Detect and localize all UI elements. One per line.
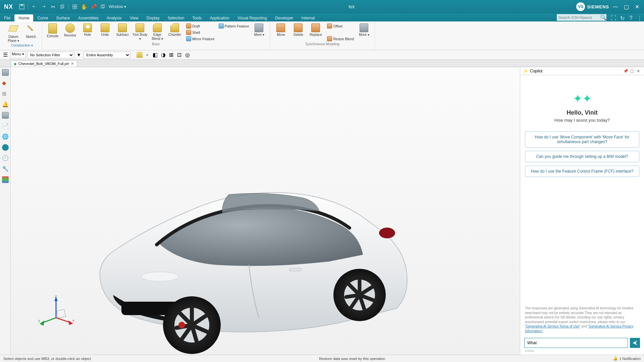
minimize-button[interactable]: ―	[612, 4, 619, 10]
res-assembly-icon[interactable]: ⊞	[2, 90, 9, 97]
menu-display[interactable]: Display	[143, 14, 164, 21]
replace-face-button[interactable]: Replace	[307, 23, 324, 42]
menu-dropdown[interactable]: Menu ▾	[10, 52, 26, 58]
document-tab[interactable]: ◆ Chevrolet_Bolt_VBOM_Full.prt ✕	[11, 60, 77, 67]
menu-developer[interactable]: Developer	[271, 14, 298, 21]
menu-surface[interactable]: Surface	[52, 14, 74, 21]
menu-tools[interactable]: Tools	[188, 14, 206, 21]
tab-close-icon[interactable]: ✕	[71, 61, 74, 66]
pin-icon[interactable]: 📌	[90, 3, 97, 10]
unite-button[interactable]: Unite	[96, 23, 114, 42]
sketch-button[interactable]: Sketch	[22, 23, 40, 43]
edge-blend-button[interactable]: Edge Blend ▾	[149, 23, 166, 42]
refresh-icon[interactable]: ↻	[619, 15, 626, 21]
menu-more-icon[interactable]: ⋮	[636, 15, 643, 21]
windows-icon[interactable]	[99, 3, 107, 10]
trim-body-button[interactable]: Trim Body ▾	[131, 23, 149, 42]
res-browser-icon[interactable]: 🌐	[2, 133, 9, 140]
copilot-max-icon[interactable]: ▢	[630, 69, 635, 73]
user-avatar[interactable]: VS	[576, 2, 585, 11]
shell-button[interactable]: Shell	[185, 29, 216, 36]
fullscreen-icon[interactable]: ⛶	[610, 15, 617, 21]
status-hint: Select objects and use MB3, or double-cl…	[3, 357, 91, 361]
menu-selection[interactable]: Selection	[164, 14, 188, 21]
sel-tool-6[interactable]: ⊡	[176, 52, 183, 58]
mirror-feature-button[interactable]: Mirror Feature	[185, 36, 216, 42]
terms-link[interactable]: "Generative AI Service Terms of Use"	[525, 324, 580, 328]
send-button[interactable]	[630, 338, 640, 348]
extrude-button[interactable]: Extrude	[44, 23, 61, 42]
command-search-input[interactable]	[557, 14, 600, 21]
help-icon[interactable]: ?	[628, 15, 634, 21]
sel-tool-7[interactable]: ◎	[184, 52, 191, 58]
menu-home[interactable]: Home	[14, 14, 33, 21]
chamfer-button[interactable]: Chamfer	[166, 23, 183, 42]
menu-assemblies[interactable]: Assemblies	[74, 14, 103, 21]
draft-button[interactable]: Draft	[185, 23, 216, 29]
sel-tool-4[interactable]: ◑	[160, 52, 167, 58]
status-bar: Select objects and use MB3, or double-cl…	[0, 355, 644, 362]
pattern-feature-button[interactable]: Pattern Feature	[217, 23, 251, 29]
base-more-button[interactable]: More ▾	[250, 23, 268, 42]
filter-icon[interactable]: ▾	[75, 52, 82, 58]
suggestion-2[interactable]: Can you guide me through setting up a BI…	[525, 151, 639, 162]
subtract-button[interactable]: Subtract	[114, 23, 131, 42]
group-label-construction[interactable]: Construction ▾	[11, 43, 33, 47]
copilot-close-icon[interactable]: ✕	[637, 69, 641, 73]
sel-tool-3[interactable]: ◧	[152, 52, 159, 58]
bell-icon: 🔔	[613, 356, 618, 361]
offset-button[interactable]: Offset	[326, 23, 355, 29]
selection-scope-dropdown[interactable]: Entire Assembly	[84, 52, 130, 58]
res-part-icon[interactable]: ◆	[2, 80, 9, 86]
hole-button[interactable]: Hole	[79, 23, 96, 42]
copilot-input[interactable]	[524, 338, 628, 348]
resize-blend-button[interactable]: Resize Blend	[326, 36, 355, 42]
copy-icon[interactable]	[59, 3, 66, 10]
res-clock-icon[interactable]: 🕘	[2, 155, 9, 162]
save-icon[interactable]	[18, 3, 25, 10]
front-wheel	[163, 296, 221, 354]
res-tools-icon[interactable]: 🔧	[2, 166, 9, 172]
close-button[interactable]: ✕	[633, 4, 641, 10]
notification-button[interactable]: 🔔 1 Notification	[613, 356, 641, 361]
move-face-button[interactable]: Move	[272, 23, 289, 42]
menu-visual-reporting[interactable]: Visual Reporting	[233, 14, 271, 21]
res-history-icon[interactable]	[2, 112, 9, 119]
menu-dropdown-icon[interactable]: ☰	[2, 52, 9, 58]
maximize-button[interactable]: ▢	[623, 4, 630, 10]
undo-icon[interactable]	[31, 3, 38, 10]
res-palette-icon[interactable]	[2, 176, 9, 183]
sel-tool-5[interactable]: ⊞	[168, 52, 175, 58]
menu-analysis[interactable]: Analysis	[103, 14, 126, 21]
cut-icon[interactable]: ✂	[49, 3, 57, 10]
redo-icon[interactable]	[40, 3, 47, 10]
suggestion-1[interactable]: How do I use 'Move Component' with 'Move…	[525, 131, 639, 147]
window-dropdown[interactable]: Window ▾	[109, 3, 126, 10]
menu-file[interactable]: File	[0, 14, 14, 21]
selection-filter-dropdown[interactable]: No Selection Filter	[27, 52, 74, 58]
sel-tool-2[interactable]: ▫	[144, 52, 151, 58]
res-navigator-icon[interactable]	[2, 69, 9, 76]
app-logo: NX	[0, 3, 17, 10]
sync-more-button[interactable]: More ▾	[355, 23, 373, 42]
graphics-viewport[interactable]: z x y	[11, 67, 520, 355]
menu-curve[interactable]: Curve	[33, 14, 52, 21]
view-triad[interactable]: z x y	[38, 294, 78, 331]
search-icon[interactable]: 🔍	[600, 14, 606, 21]
res-globe-icon[interactable]	[2, 144, 9, 151]
copilot-pin-icon[interactable]: 📌	[623, 69, 628, 73]
res-bell-icon[interactable]: 🔔	[2, 101, 9, 108]
group-label-synchronous: Synchronous Modeling	[306, 42, 340, 46]
res-doc-icon[interactable]: 📄	[2, 123, 9, 129]
suggestion-3[interactable]: How do I use the Feature Control Frame (…	[525, 166, 639, 177]
grid-icon[interactable]	[71, 3, 78, 10]
menu-internal[interactable]: Internal	[298, 14, 319, 21]
status-message: Restore data was reset by this operation	[319, 357, 385, 361]
revolve-button[interactable]: Revolve	[61, 23, 79, 42]
datum-plane-button[interactable]: Datum Plane ▾	[5, 23, 22, 43]
delete-face-button[interactable]: Delete	[289, 23, 307, 42]
menu-view[interactable]: View	[126, 14, 143, 21]
menu-application[interactable]: Application	[206, 14, 233, 21]
sel-tool-1[interactable]	[137, 52, 143, 58]
touch-icon[interactable]: ✋	[80, 3, 88, 10]
